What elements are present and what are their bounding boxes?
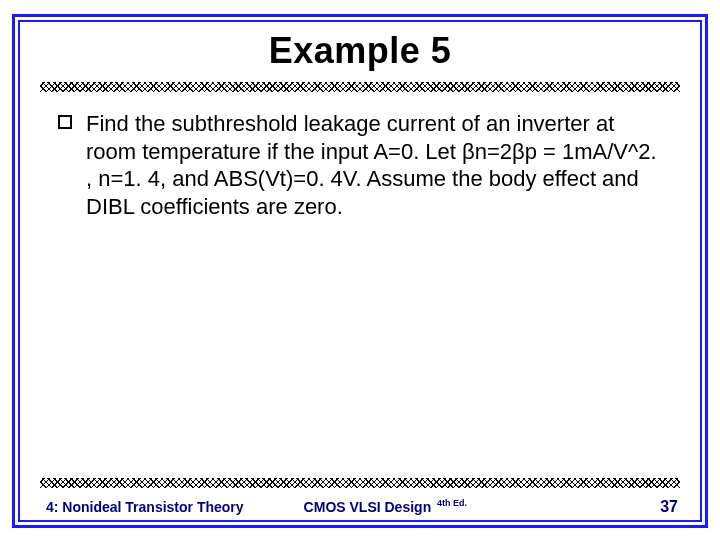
slide: Example 5 Find the subthreshold leakage …: [0, 0, 720, 540]
bullet-text: Find the subthreshold leakage current of…: [86, 110, 662, 220]
footer-book-edition: 4th Ed.: [437, 498, 467, 508]
slide-body: Find the subthreshold leakage current of…: [58, 110, 662, 220]
slide-title: Example 5: [0, 30, 720, 72]
footer-book-main: CMOS VLSI Design: [304, 499, 432, 515]
divider-bottom: [40, 478, 680, 488]
footer-page-number: 37: [660, 498, 678, 516]
footer-book: CMOS VLSI Design 4th Ed.: [304, 498, 661, 515]
inner-border: [18, 20, 702, 522]
divider-top: [40, 82, 680, 92]
footer-chapter: 4: Nonideal Transistor Theory: [46, 499, 244, 515]
bullet-marker-icon: [58, 115, 72, 129]
bullet-item: Find the subthreshold leakage current of…: [58, 110, 662, 220]
footer: 4: Nonideal Transistor Theory CMOS VLSI …: [46, 498, 678, 516]
